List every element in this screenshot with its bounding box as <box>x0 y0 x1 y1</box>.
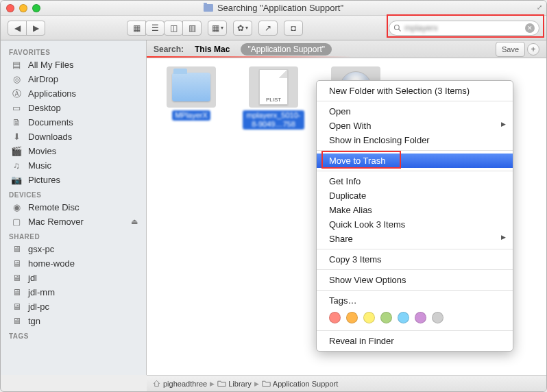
menu-open[interactable]: Open <box>317 104 513 119</box>
menu-make-alias[interactable]: Make Alias <box>317 203 513 217</box>
context-menu: New Folder with Selection (3 Items) Open… <box>316 80 513 352</box>
sidebar-item-downloads[interactable]: ⬇Downloads <box>1 130 146 144</box>
chevron-icon: ▶ <box>210 380 215 387</box>
drive-icon: ▢ <box>10 217 23 227</box>
search-label: Search: <box>154 45 184 54</box>
movies-icon: 🎬 <box>10 147 23 156</box>
share-button[interactable]: ↗ <box>258 21 278 36</box>
back-button[interactable]: ◀ <box>8 21 27 36</box>
path-crumb-home[interactable]: pigheadthree <box>152 380 207 388</box>
tag-orange[interactable] <box>346 312 358 323</box>
tags-button[interactable]: ◘ <box>284 21 303 36</box>
file-item-plist[interactable]: mplayerx_5010-8-9049…758 <box>243 66 304 130</box>
save-search-group: Save + <box>496 42 539 57</box>
file-label: MPlayerX <box>172 110 210 121</box>
downloads-icon: ⬇ <box>10 132 23 142</box>
menu-new-folder-selection[interactable]: New Folder with Selection (3 Items) <box>317 84 513 98</box>
tag-blue[interactable] <box>398 312 409 323</box>
sidebar-item-all-my-files[interactable]: ▤All My Files <box>1 58 146 72</box>
file-item-folder[interactable]: MPlayerX <box>160 66 222 121</box>
sidebar: FAVORITES ▤All My Files ◎AirDrop ⒶApplic… <box>1 40 147 375</box>
chevron-icon: ▶ <box>254 380 259 387</box>
column-view-button[interactable]: ◫ <box>164 21 183 36</box>
sidebar-header-shared: SHARED <box>1 229 146 242</box>
sidebar-item-jdl-pc[interactable]: 🖥jdl-pc <box>1 299 146 314</box>
forward-button[interactable]: ▶ <box>26 21 45 36</box>
file-label: mplayerx_5010-8-9049…758 <box>243 110 304 130</box>
menu-tags[interactable]: Tags… <box>317 293 513 308</box>
eject-icon[interactable]: ⏏ <box>131 217 138 226</box>
desktop-icon: ▭ <box>10 103 23 113</box>
tag-green[interactable] <box>380 312 392 323</box>
documents-icon: 🗎 <box>10 118 23 127</box>
annotation-search-highlight <box>387 14 544 38</box>
computer-icon: 🖥 <box>10 245 23 254</box>
tag-red[interactable] <box>329 312 341 323</box>
menu-reveal-in-finder[interactable]: Reveal in Finder <box>317 334 513 348</box>
scope-this-mac[interactable]: This Mac <box>191 43 234 56</box>
sidebar-item-remote-disc[interactable]: ◉Remote Disc <box>1 200 146 215</box>
sidebar-item-music[interactable]: ♫Music <box>1 158 146 173</box>
tag-purple[interactable] <box>415 312 426 323</box>
tag-gray[interactable] <box>432 312 443 323</box>
sidebar-item-jdl-mm[interactable]: 🖥jdl-mm <box>1 285 146 299</box>
sidebar-item-airdrop[interactable]: ◎AirDrop <box>1 72 146 86</box>
path-crumb-library[interactable]: Library <box>217 380 252 388</box>
menu-copy-items[interactable]: Copy 3 Items <box>317 252 513 267</box>
zoom-window-button[interactable] <box>32 4 40 12</box>
folder-icon <box>262 380 271 387</box>
computer-icon: 🖥 <box>10 273 23 283</box>
list-view-button[interactable]: ☰ <box>145 21 165 36</box>
path-bar: pigheadthree ▶ Library ▶ Application Sup… <box>147 375 546 391</box>
all-files-icon: ▤ <box>10 60 23 70</box>
sidebar-item-applications[interactable]: ⒶApplications <box>1 86 146 101</box>
computer-icon: 🖥 <box>10 317 23 326</box>
window-title-text: Searching "Application Support" <box>217 3 343 13</box>
view-mode-buttons: ▦ ☰ ◫ ▥ <box>127 21 201 36</box>
sidebar-item-documents[interactable]: 🗎Documents <box>1 115 146 130</box>
tag-color-row <box>317 308 513 328</box>
applications-icon: Ⓐ <box>10 89 23 99</box>
sidebar-item-tgn[interactable]: 🖥tgn <box>1 314 146 328</box>
menu-open-with[interactable]: Open With <box>317 119 513 133</box>
coverflow-view-button[interactable]: ▥ <box>182 21 202 36</box>
scope-app-support[interactable]: "Application Support" <box>241 43 332 56</box>
close-window-button[interactable] <box>6 4 14 12</box>
sidebar-item-pictures[interactable]: 📷Pictures <box>1 173 146 187</box>
action-button[interactable]: ✿▾ <box>233 21 252 36</box>
sidebar-item-movies[interactable]: 🎬Movies <box>1 144 146 158</box>
computer-icon: 🖥 <box>10 259 23 269</box>
minimize-window-button[interactable] <box>19 4 27 12</box>
window-title: Searching "Application Support" <box>204 3 343 13</box>
sidebar-item-gsx-pc[interactable]: 🖥gsx-pc <box>1 242 146 256</box>
computer-icon: 🖥 <box>10 302 23 312</box>
arrange-button[interactable]: ▦▾ <box>208 21 227 36</box>
sidebar-item-jdl[interactable]: 🖥jdl <box>1 271 146 285</box>
nav-buttons: ◀ ▶ <box>8 21 45 36</box>
menu-quick-look[interactable]: Quick Look 3 Items <box>317 217 513 232</box>
path-crumb-appsupport[interactable]: Application Support <box>262 380 338 388</box>
fullscreen-icon[interactable]: ⤢ <box>537 3 542 11</box>
folder-icon <box>172 73 210 101</box>
menu-get-info[interactable]: Get Info <box>317 174 513 188</box>
sidebar-item-mac-remover[interactable]: ▢Mac Remover⏏ <box>1 215 146 229</box>
save-search-button[interactable]: Save <box>496 42 525 57</box>
menu-duplicate[interactable]: Duplicate <box>317 188 513 203</box>
sidebar-header-favorites: FAVORITES <box>1 45 146 58</box>
plist-icon <box>259 69 288 105</box>
menu-share[interactable]: Share <box>317 232 513 246</box>
icon-view-button[interactable]: ▦ <box>127 21 146 36</box>
computer-icon: 🖥 <box>10 288 23 297</box>
music-icon: ♫ <box>10 161 23 171</box>
menu-show-enclosing[interactable]: Show in Enclosing Folder <box>317 133 513 147</box>
tag-yellow[interactable] <box>363 312 375 323</box>
disc-icon: ◉ <box>10 203 23 212</box>
annotation-trash-highlight <box>321 151 401 169</box>
sidebar-item-desktop[interactable]: ▭Desktop <box>1 101 146 115</box>
airdrop-icon: ◎ <box>10 75 23 84</box>
search-scope-bar: Search: This Mac "Application Support" S… <box>147 40 546 58</box>
menu-show-view-options[interactable]: Show View Options <box>317 273 513 287</box>
home-icon <box>152 380 161 387</box>
add-criteria-button[interactable]: + <box>527 43 539 56</box>
sidebar-item-home-wode[interactable]: 🖥home-wode <box>1 256 146 271</box>
